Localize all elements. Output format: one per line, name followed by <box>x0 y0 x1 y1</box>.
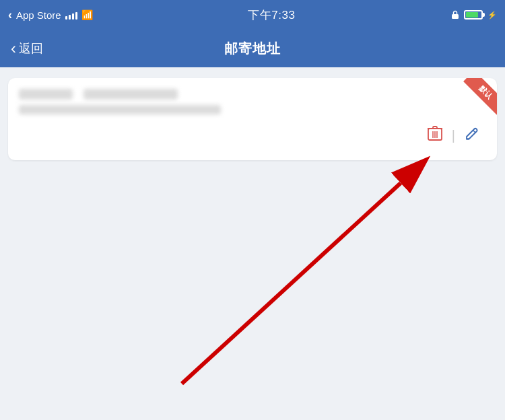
status-bar: ‹ App Store 📶 下午7:33 ⚡ <box>0 0 505 30</box>
svg-rect-0 <box>452 14 459 19</box>
default-badge: 默认 <box>454 78 497 121</box>
app-store-label: App Store <box>16 9 61 21</box>
back-label: 返回 <box>19 40 43 57</box>
address-field <box>19 105 221 114</box>
back-button[interactable]: ‹ 返回 <box>11 39 43 58</box>
lock-icon <box>450 9 460 21</box>
delete-button[interactable] <box>421 121 449 149</box>
signal-icon <box>65 10 77 20</box>
name-field <box>19 89 73 100</box>
navigation-bar: ‹ 返回 邮寄地址 <box>0 30 505 67</box>
content-area: 默认 <box>0 67 505 420</box>
address-info <box>19 89 486 114</box>
default-badge-label: 默认 <box>463 78 497 114</box>
charging-icon: ⚡ <box>487 11 497 20</box>
address-row2 <box>19 105 486 114</box>
battery-icon <box>464 10 483 20</box>
address-row1 <box>19 89 486 100</box>
status-right: ⚡ <box>450 9 497 21</box>
phone-field <box>83 89 178 100</box>
address-card: 默认 <box>8 78 497 160</box>
page-title: 邮寄地址 <box>224 40 281 58</box>
wifi-icon: 📶 <box>81 9 93 20</box>
status-left: ‹ App Store 📶 <box>8 8 93 22</box>
address-actions: | <box>19 121 486 149</box>
back-chevron-icon: ‹ <box>11 39 16 58</box>
edit-button[interactable] <box>458 122 486 149</box>
back-chevron-icon: ‹ <box>8 8 12 22</box>
status-time: 下午7:33 <box>248 7 295 23</box>
action-divider: | <box>449 128 458 143</box>
svg-line-6 <box>473 131 476 133</box>
